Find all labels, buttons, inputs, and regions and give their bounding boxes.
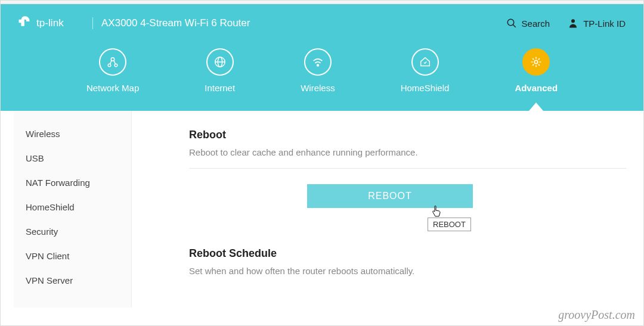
model-name: AX3000 4-Stream Wi-Fi 6 Router (92, 17, 250, 29)
sidebar-item-wireless[interactable]: Wireless (14, 122, 131, 146)
svg-line-2 (513, 24, 516, 27)
homeshield-icon (411, 48, 439, 76)
tplink-logo: tp-link (18, 15, 84, 32)
sidebar-item-usb[interactable]: USB (14, 146, 131, 170)
sidebar-item-vpn-client[interactable]: VPN Client (14, 244, 131, 268)
reboot-row: REBOOT REBOOT (189, 184, 627, 208)
main-nav: Network Map Internet Wireless HomeShield… (18, 48, 626, 111)
nav-label: HomeShield (401, 83, 450, 93)
sidebar-item-nat[interactable]: NAT Forwarding (14, 170, 131, 195)
nav-label: Wireless (301, 83, 335, 93)
nav-advanced[interactable]: Advanced (515, 48, 558, 93)
account-label: TP-Link ID (583, 18, 626, 29)
search-icon (506, 18, 517, 29)
reboot-section: Reboot Reboot to clear cache and enhance… (189, 129, 627, 208)
svg-text:tp-link: tp-link (36, 17, 64, 29)
reboot-desc: Reboot to clear cache and enhance runnin… (189, 147, 627, 157)
sidebar-item-security[interactable]: Security (14, 219, 131, 244)
header-actions: Search TP-Link ID (506, 18, 626, 29)
svg-point-13 (534, 60, 538, 64)
header-top: tp-link AX3000 4-Stream Wi-Fi 6 Router S… (18, 15, 626, 48)
nav-homeshield[interactable]: HomeShield (401, 48, 450, 93)
svg-point-3 (571, 19, 575, 23)
sidebar: Wireless USB NAT Forwarding HomeShield S… (14, 111, 132, 308)
page-header: tp-link AX3000 4-Stream Wi-Fi 6 Router S… (1, 4, 643, 111)
reboot-title: Reboot (189, 129, 627, 141)
nav-label: Internet (205, 83, 235, 93)
svg-point-12 (317, 64, 319, 66)
nav-wireless[interactable]: Wireless (301, 48, 335, 93)
divider (189, 168, 627, 169)
user-icon (568, 18, 578, 29)
svg-line-8 (114, 60, 116, 64)
network-map-icon (99, 48, 126, 76)
nav-label: Network Map (86, 83, 139, 93)
wifi-icon (304, 48, 332, 76)
schedule-desc: Set when and how often the router reboot… (189, 266, 627, 276)
sidebar-item-homeshield[interactable]: HomeShield (14, 195, 131, 219)
nav-internet[interactable]: Internet (205, 48, 235, 93)
content-wrap: Wireless USB NAT Forwarding HomeShield S… (1, 111, 643, 308)
reboot-schedule-section: Reboot Schedule Set when and how often t… (189, 247, 627, 276)
reboot-tooltip: REBOOT (428, 218, 471, 231)
search-label: Search (522, 18, 550, 29)
nav-label: Advanced (515, 83, 558, 93)
nav-network-map[interactable]: Network Map (86, 48, 139, 93)
schedule-title: Reboot Schedule (189, 247, 627, 260)
main-content: Reboot Reboot to clear cache and enhance… (132, 111, 643, 308)
svg-line-7 (110, 60, 112, 64)
watermark: groovyPost.com (558, 308, 635, 322)
gear-icon (522, 48, 550, 76)
globe-icon (206, 48, 234, 76)
search-action[interactable]: Search (506, 18, 550, 29)
brand: tp-link AX3000 4-Stream Wi-Fi 6 Router (18, 15, 250, 32)
account-action[interactable]: TP-Link ID (568, 18, 626, 29)
svg-point-1 (507, 19, 514, 26)
reboot-button[interactable]: REBOOT (307, 184, 473, 208)
sidebar-item-vpn-server[interactable]: VPN Server (14, 268, 131, 293)
